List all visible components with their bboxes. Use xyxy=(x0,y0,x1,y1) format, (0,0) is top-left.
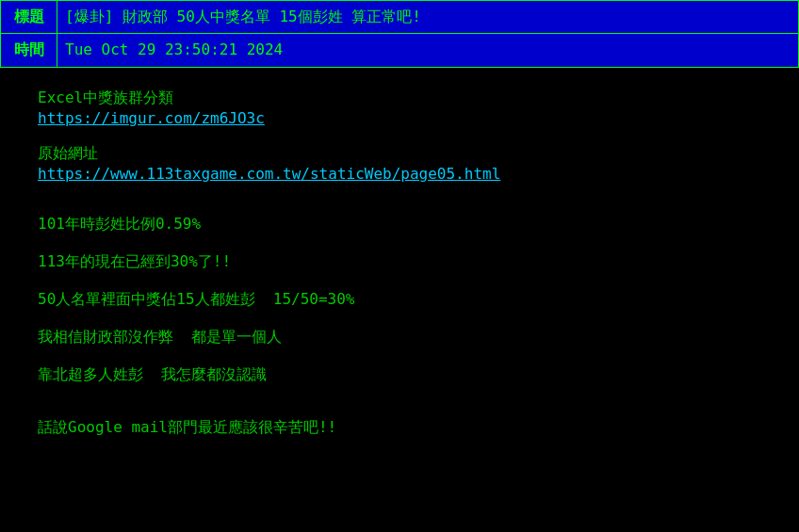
line4-text: 我相信財政部沒作弊 都是單一個人 xyxy=(38,326,761,348)
source-label: 原始網址 xyxy=(38,142,761,165)
spacer2 xyxy=(38,401,761,416)
source-link[interactable]: https://www.113taxgame.com.tw/staticWeb/… xyxy=(38,165,500,183)
spacer1 xyxy=(38,198,761,213)
header-table: 標題 [爆卦] 財政部 50人中獎名單 15個彭姓 算正常吧! 時間 Tue O… xyxy=(0,0,799,68)
line1-block: 101年時彭姓比例0.59% xyxy=(38,213,761,235)
line4-block: 我相信財政部沒作弊 都是單一個人 xyxy=(38,326,761,348)
line1-text: 101年時彭姓比例0.59% xyxy=(38,213,761,235)
time-label: 時間 xyxy=(1,34,57,67)
line3-text: 50人名單裡面中獎佔15人都姓彭 15/50=30% xyxy=(38,288,761,311)
title-label: 標題 xyxy=(1,1,57,34)
time-value: Tue Oct 29 23:50:21 2024 xyxy=(57,34,799,67)
line5-text: 靠北超多人姓彭 我怎麼都沒認識 xyxy=(38,363,761,386)
excel-link[interactable]: https://imgur.com/zm6JO3c xyxy=(38,109,265,127)
title-value: [爆卦] 財政部 50人中獎名單 15個彭姓 算正常吧! xyxy=(57,1,799,34)
line5-block: 靠北超多人姓彭 我怎麼都沒認識 xyxy=(38,363,761,386)
line3-block: 50人名單裡面中獎佔15人都姓彭 15/50=30% xyxy=(38,288,761,311)
content-area: Excel中獎族群分類 https://imgur.com/zm6JO3c 原始… xyxy=(0,68,799,473)
line2-block: 113年的現在已經到30%了!! xyxy=(38,250,761,273)
excel-block: Excel中獎族群分類 https://imgur.com/zm6JO3c xyxy=(38,87,761,127)
source-block: 原始網址 https://www.113taxgame.com.tw/stati… xyxy=(38,142,761,183)
excel-label: Excel中獎族群分類 xyxy=(38,87,761,109)
line2-text: 113年的現在已經到30%了!! xyxy=(38,250,761,273)
line6-text: 話說Google mail部門最近應該很辛苦吧!! xyxy=(38,416,761,439)
line6-block: 話說Google mail部門最近應該很辛苦吧!! xyxy=(38,416,761,439)
